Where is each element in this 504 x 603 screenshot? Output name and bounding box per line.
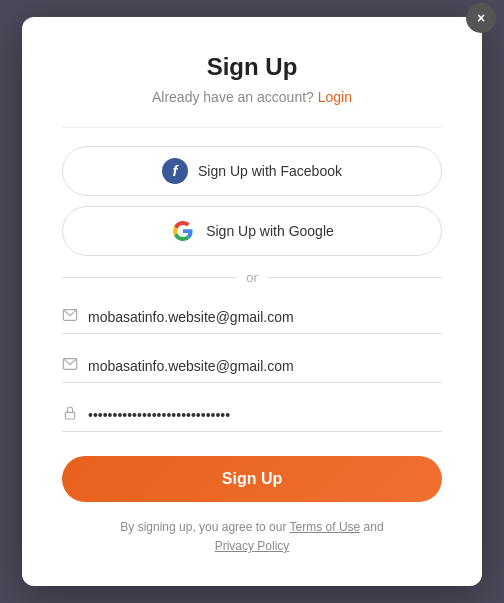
google-signup-button[interactable]: Sign Up with Google [62,206,442,256]
close-icon: × [477,10,485,26]
email-input[interactable] [88,309,442,325]
google-button-label: Sign Up with Google [206,223,334,239]
terms-link[interactable]: Terms of Use [290,520,361,534]
subtitle-text: Already have an account? [152,89,314,105]
facebook-button-label: Sign Up with Facebook [198,163,342,179]
terms-prefix: By signing up, you agree to our [120,520,286,534]
close-button[interactable]: × [466,3,496,33]
terms-middle: and [364,520,384,534]
facebook-icon: f [162,158,188,184]
google-icon [170,218,196,244]
email-confirm-field-group [62,350,442,383]
terms-text: By signing up, you agree to our Terms of… [62,518,442,556]
signup-modal: × Sign Up Already have an account? Login… [22,17,482,586]
signup-button[interactable]: Sign Up [62,456,442,502]
or-text: or [246,270,258,285]
email-field-group [62,301,442,334]
email-confirm-input[interactable] [88,358,442,374]
top-divider [62,127,442,128]
login-link[interactable]: Login [318,89,352,105]
email-confirm-icon [62,356,78,376]
facebook-signup-button[interactable]: f Sign Up with Facebook [62,146,442,196]
subtitle: Already have an account? Login [62,89,442,105]
email-icon [62,307,78,327]
password-input[interactable] [88,407,442,423]
modal-title: Sign Up [62,53,442,81]
privacy-link[interactable]: Privacy Policy [215,539,290,553]
password-field-group [62,399,442,432]
password-icon [62,405,78,425]
or-divider: or [62,270,442,285]
svg-rect-2 [65,412,74,419]
